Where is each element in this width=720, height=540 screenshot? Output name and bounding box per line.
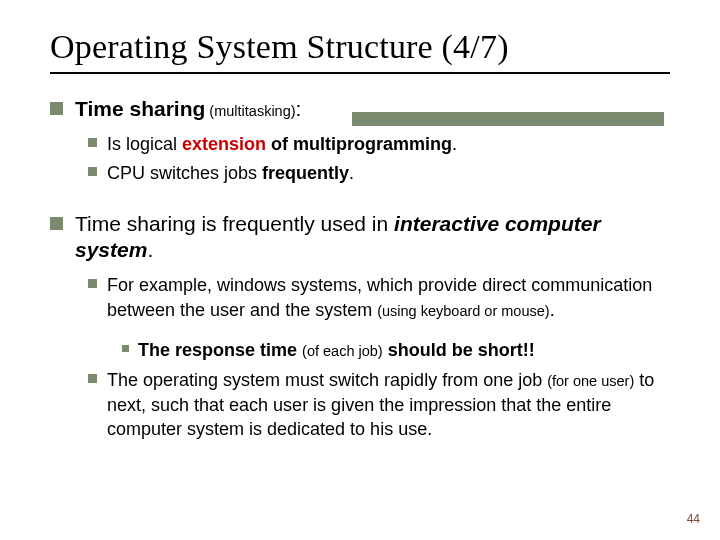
bullet-2-text: Time sharing is frequently used in inter… xyxy=(75,211,670,264)
bullet-1a: Is logical extension of multiprogramming… xyxy=(88,132,670,156)
bullet-2a1-text: The response time (of each job) should b… xyxy=(138,338,535,362)
bullet-1-sub: Is logical extension of multiprogramming… xyxy=(88,132,670,185)
bullet-2a-text: For example, windows systems, which prov… xyxy=(107,273,670,322)
bold-text: Time sharing xyxy=(75,97,205,120)
text: Is logical xyxy=(107,134,182,154)
text: CPU switches jobs xyxy=(107,163,262,183)
text: . xyxy=(349,163,354,183)
bullet-2a1: The response time (of each job) should b… xyxy=(122,338,670,362)
slide: Operating System Structure (4/7) Time sh… xyxy=(0,0,720,540)
bullet-2-sub: For example, windows systems, which prov… xyxy=(88,273,670,322)
square-bullet-icon xyxy=(88,279,97,288)
paren-text: (of each job) xyxy=(302,343,383,359)
bullet-1a-text: Is logical extension of multiprogramming… xyxy=(107,132,457,156)
text: . xyxy=(550,300,555,320)
red-bold-text: extension xyxy=(182,134,266,154)
bullet-2a-sub: The response time (of each job) should b… xyxy=(122,338,670,362)
square-bullet-icon xyxy=(50,102,63,115)
bullet-2b-text: The operating system must switch rapidly… xyxy=(107,368,670,441)
square-bullet-icon xyxy=(50,217,63,230)
paren-text: (multitasking) xyxy=(205,103,295,119)
bullet-2a: For example, windows systems, which prov… xyxy=(88,273,670,322)
text: : xyxy=(296,97,302,120)
bold-text: The response time xyxy=(138,340,302,360)
bullet-1b: CPU switches jobs frequently. xyxy=(88,161,670,185)
paren-text: (using keyboard or mouse) xyxy=(377,303,549,319)
text: The operating system must switch rapidly… xyxy=(107,370,547,390)
page-number: 44 xyxy=(687,512,700,526)
paren-text: (for one user) xyxy=(547,373,634,389)
text: . xyxy=(452,134,457,154)
accent-bar xyxy=(352,112,664,126)
text: . xyxy=(147,238,153,261)
bullet-2-sub-cont: The operating system must switch rapidly… xyxy=(88,368,670,441)
bullet-2b: The operating system must switch rapidly… xyxy=(88,368,670,441)
bullet-1b-text: CPU switches jobs frequently. xyxy=(107,161,354,185)
slide-title: Operating System Structure (4/7) xyxy=(50,28,670,66)
square-bullet-icon xyxy=(88,138,97,147)
square-bullet-icon xyxy=(88,374,97,383)
bold-text: of multiprogramming xyxy=(266,134,452,154)
bullet-2: Time sharing is frequently used in inter… xyxy=(50,211,670,264)
bold-text: should be short!! xyxy=(383,340,535,360)
bullet-list-2: Time sharing is frequently used in inter… xyxy=(50,211,670,264)
title-underline xyxy=(50,72,670,74)
square-bullet-icon xyxy=(122,345,129,352)
bold-text: frequently xyxy=(262,163,349,183)
bullet-1-text: Time sharing (multitasking): xyxy=(75,96,301,122)
text: Time sharing is frequently used in xyxy=(75,212,394,235)
square-bullet-icon xyxy=(88,167,97,176)
